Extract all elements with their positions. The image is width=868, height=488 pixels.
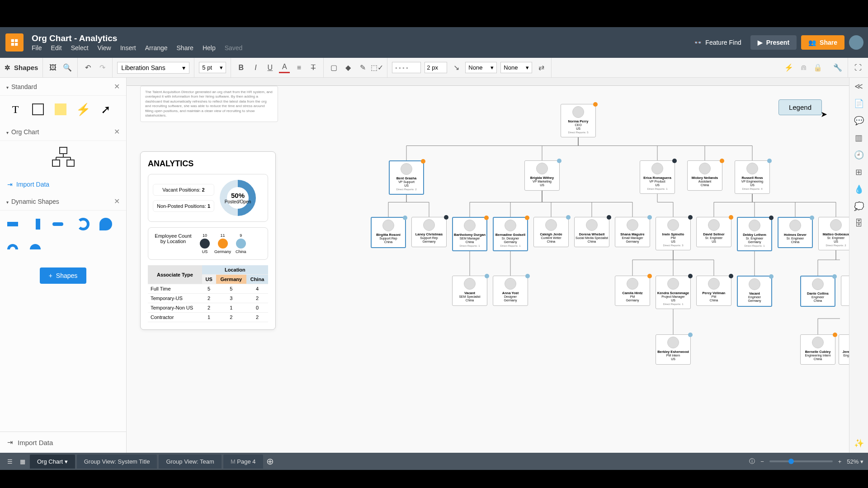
chat-icon[interactable]: 💭 [854,202,864,211]
org-node[interactable]: Laney ChristmasSupport RepGermany [411,217,447,247]
grid-view-icon[interactable]: ▦ [17,456,28,467]
import-data-link[interactable]: ⇥ Import Data [0,176,126,192]
list-view-icon[interactable]: ☰ [5,456,15,467]
org-node[interactable]: Mickey NeilandsAssistantChina [687,160,722,191]
slides-icon[interactable]: ▥ [855,133,863,143]
database-icon[interactable]: 🗄 [855,219,863,228]
menu-arrange[interactable]: Arrange [145,44,168,52]
org-node[interactable]: Debby LethemSr. EngineerGermanyDirect Re… [737,217,772,251]
legend-button[interactable]: Legend [778,99,822,115]
orgchart-shape-icon[interactable] [50,146,77,169]
page-icon[interactable]: 📄 [854,99,864,108]
line-style-select[interactable]: - - - - [392,62,421,73]
description-box[interactable]: The Talent Acquisition Director generate… [140,86,278,122]
standard-section-header[interactable]: ▾Standard ✕ [0,78,126,96]
arrow-end-select[interactable]: None▾ [500,62,532,73]
org-node[interactable]: Phil AcresEngineerChina [841,276,849,306]
menu-edit[interactable]: Edit [51,44,62,52]
rect-shape[interactable] [30,101,46,117]
fullscreen-icon[interactable]: ⛶ [853,62,863,73]
analytics-panel[interactable]: ANALYTICS Vacant Positions: 2 Non-Posted… [140,151,276,330]
menu-view[interactable]: View [98,44,111,52]
line-width-select[interactable]: 2 px [425,62,447,73]
text-color-button[interactable]: A [279,62,290,73]
font-size-select[interactable]: 5 pt▾ [199,62,226,73]
bolt-icon[interactable]: ⚡ [783,62,794,73]
dynamic-section-header[interactable]: ▾Dynamic Shapes ✕ [0,192,126,211]
org-node[interactable]: Bernadine GodsellSr. DesignerGermanyDire… [493,217,528,251]
text-shape[interactable]: T [7,101,24,117]
close-icon[interactable]: ✕ [114,82,120,91]
org-node[interactable]: Dorena WhebellSocial Media SpecialistChi… [574,217,609,247]
document-title[interactable]: Org Chart - Analytics [32,33,242,43]
arc-shape-1[interactable] [7,239,24,255]
org-node[interactable]: Kendra ScrammageProject ManagerUSDirect … [656,276,691,309]
history-icon[interactable]: 🕘 [854,150,864,160]
org-node[interactable]: Matteo GobeauxSr. EngineerUSDirect Repor… [818,217,849,250]
arrow-start-select[interactable]: None▾ [465,62,497,73]
search-icon[interactable]: 🔍 [62,62,73,73]
donut-shape-1[interactable] [75,216,91,232]
add-shapes-button[interactable]: + Shapes [40,267,87,284]
org-node[interactable]: Russell RossVP EngineeringUSDirect Repor… [735,160,770,194]
shapes-panel-toggle[interactable]: ✲ Shapes [5,64,38,72]
tab-page4[interactable]: M Page 4 [223,455,263,469]
canvas[interactable]: The Talent Acquisition Director generate… [127,78,849,453]
line-icon[interactable]: ✎ [357,62,368,73]
border-icon[interactable]: ▢ [328,62,339,73]
wrench-icon[interactable]: 🔧 [832,62,843,73]
menu-insert[interactable]: Insert [120,44,136,52]
magnet-icon[interactable]: ⋒ [798,62,809,73]
org-node[interactable]: Brigida WitheyVP MarketingUS [524,160,560,191]
collapse-icon[interactable]: ≪ [854,81,863,91]
zoom-in-button[interactable]: + [838,458,842,465]
feature-find-button[interactable]: 👓 Feature Find [689,36,745,49]
org-node[interactable]: Bartholomy DurganSEM ManagerChinaDirect … [452,217,487,251]
org-node[interactable]: Shana MaguireEmail ManagerGermany [615,217,650,247]
org-chart-area[interactable]: Norma PerryCEOUSDirect Reports: 5Bent Gr… [289,95,840,444]
bar-shape-2[interactable] [30,216,46,232]
menu-share[interactable]: Share [177,44,193,52]
menu-select[interactable]: Select [71,44,89,52]
font-family-select[interactable]: Liberation Sans▾ [117,62,189,74]
org-node[interactable]: Irwin SpinelloPMUSDirect Reports: 3 [656,217,691,250]
org-node[interactable]: VacantEngineerGermany [737,276,772,307]
org-node[interactable]: Bent GrashaVP SupportUSDirect Reports: 2 [389,160,424,195]
org-node[interactable]: Birgitta RosoniSupport RepChina [371,217,406,248]
donut-shape-2[interactable] [98,216,114,232]
droplet-icon[interactable]: 💧 [854,184,864,194]
redo-icon[interactable]: ↷ [97,62,108,73]
org-node[interactable]: Camila HintzPMGermany [615,276,650,306]
close-icon[interactable]: ✕ [114,197,120,206]
org-node[interactable]: Dante CollinsEngineerChina [800,276,835,307]
swap-icon[interactable]: ⇄ [536,62,547,73]
user-avatar[interactable] [849,35,863,50]
org-node[interactable]: Jeremiah OaktonEngineering InternGermany [839,334,849,365]
menu-file[interactable]: File [32,44,42,52]
align-button[interactable]: ≡ [293,62,304,73]
image-icon[interactable]: 🖼 [47,62,58,73]
menu-help[interactable]: Help [203,44,216,52]
arrow-shape[interactable]: ➚ [98,101,114,117]
zoom-level[interactable]: 52% ▾ [847,458,863,465]
comment-icon[interactable]: 💬 [854,116,864,126]
org-node[interactable]: Percy VellmanPMChina [696,276,731,306]
arc-shape-2[interactable] [30,239,46,255]
add-page-button[interactable]: ⊕ [265,456,276,467]
tab-orgchart[interactable]: Org Chart ▾ [30,455,75,469]
wand-icon[interactable]: ✨ [854,438,864,448]
line-type-icon[interactable]: ↘ [451,62,462,73]
org-node[interactable]: VacantSEM SpecialistChina [452,276,487,306]
italic-button[interactable]: I [250,62,261,73]
close-icon[interactable]: ✕ [114,127,120,136]
underline-button[interactable]: U [264,62,275,73]
data-icon[interactable]: ⊞ [855,167,862,177]
shape-options-icon[interactable]: ⬚✓ [372,62,382,73]
bar-shape-3[interactable] [52,216,69,232]
org-node[interactable]: Anna YostDesignerGermany [493,276,528,306]
zoom-out-button[interactable]: − [760,458,764,465]
present-button[interactable]: ▶ Present [750,35,797,50]
app-logo[interactable] [5,33,24,52]
org-node[interactable]: Bernelle CubleyEngineering InternChina [800,334,835,365]
fill-icon[interactable]: ◆ [343,62,354,73]
